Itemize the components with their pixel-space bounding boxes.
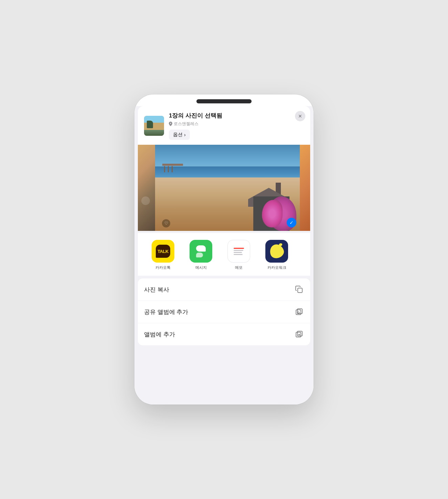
- svg-rect-0: [298, 288, 302, 293]
- messages-icon: [190, 240, 212, 263]
- action-add-album[interactable]: 앨범에 추가: [138, 323, 310, 345]
- location-text: 로스앤젤레스: [174, 121, 198, 127]
- options-button[interactable]: 옵션 ›: [169, 130, 190, 140]
- lemon-icon: [268, 242, 285, 260]
- svg-rect-2: [297, 309, 302, 314]
- copy-icon-svg: [295, 285, 303, 294]
- location-icon: [169, 122, 172, 126]
- messages-bubbles: [196, 245, 206, 257]
- heart-badge: ♡: [162, 219, 170, 227]
- phone-frame: 1장의 사진이 선택됨 로스앤젤레스 옵션 › ✕: [134, 94, 314, 405]
- svg-rect-1: [296, 310, 301, 315]
- app-item-kakaotalk[interactable]: TALK 카카오톡: [144, 240, 182, 270]
- shared-album-label: 공유 앨범에 추가: [144, 308, 188, 316]
- action-list: 사진 복사 공유 앨범에 추가: [138, 278, 310, 345]
- photo-strip: ♡ ✓: [138, 145, 310, 231]
- photo-main: ♡ ✓: [155, 145, 300, 231]
- app-item-kakaowork[interactable]: 카카오워크: [258, 240, 296, 270]
- kakaowork-icon: [265, 240, 288, 263]
- kakaotalk-icon: TALK: [152, 240, 174, 263]
- phone-notch: [196, 99, 252, 103]
- photo-right-partial: [300, 145, 310, 231]
- messages-label: 메시지: [195, 265, 207, 270]
- copy-photo-label: 사진 복사: [144, 286, 169, 294]
- share-header: 1장의 사진이 선택됨 로스앤젤레스 옵션 › ✕: [138, 106, 310, 145]
- beach-scene: ♡ ✓: [155, 145, 300, 231]
- memo-lines: [232, 246, 245, 256]
- shared-album-icon-svg: [295, 308, 303, 316]
- kakaowork-label: 카카오워크: [267, 265, 286, 270]
- shared-album-icon: [294, 307, 304, 317]
- copy-icon: [294, 285, 304, 294]
- action-shared-album[interactable]: 공유 앨범에 추가: [138, 301, 310, 323]
- share-location: 로스앤젤레스: [169, 121, 304, 127]
- share-thumbnail: [144, 116, 164, 136]
- phone-content: 1장의 사진이 선택됨 로스앤젤레스 옵션 › ✕: [134, 106, 314, 405]
- close-button[interactable]: ✕: [295, 111, 305, 121]
- app-share-row: TALK 카카오톡 메시지: [138, 233, 310, 276]
- add-album-icon: [294, 329, 304, 339]
- app-item-messages[interactable]: 메시지: [182, 240, 220, 270]
- add-album-icon-svg: [295, 330, 303, 338]
- memo-label: 메모: [235, 265, 243, 270]
- svg-rect-5: [297, 331, 302, 336]
- talk-bubble: TALK: [156, 245, 170, 258]
- bottom-spacer: [134, 345, 314, 352]
- action-copy-photo[interactable]: 사진 복사: [138, 278, 310, 301]
- share-title: 1장의 사진이 선택됨: [169, 112, 304, 120]
- pier: [162, 162, 183, 172]
- memo-icon: [227, 240, 250, 263]
- close-icon: ✕: [298, 113, 302, 119]
- selected-check: ✓: [287, 218, 296, 227]
- kakaotalk-label: 카카오톡: [155, 265, 171, 270]
- add-album-label: 앨범에 추가: [144, 330, 175, 338]
- app-item-memo[interactable]: 메모: [220, 240, 258, 270]
- share-info: 1장의 사진이 선택됨 로스앤젤레스 옵션 ›: [169, 112, 304, 140]
- photo-left-partial: [138, 145, 155, 231]
